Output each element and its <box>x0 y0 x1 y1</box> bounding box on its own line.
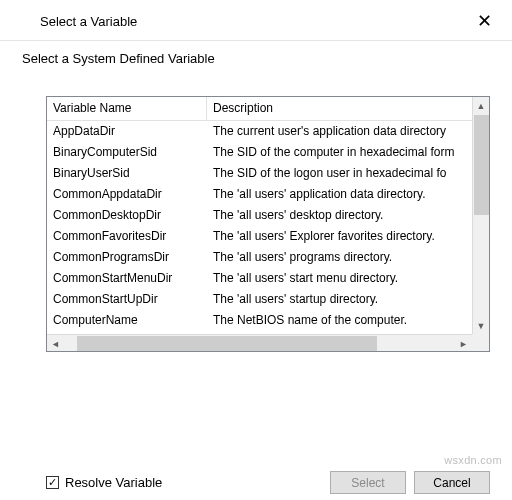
cell-variable-name: CommonFavoritesDir <box>47 226 207 247</box>
resolve-variable-checkbox[interactable]: ✓ Resolve Variable <box>46 475 162 490</box>
table-row[interactable]: CommonStartUpDir The 'all users' startup… <box>47 289 472 310</box>
scroll-corner <box>472 334 489 351</box>
table-row[interactable]: ComputerName The NetBIOS name of the com… <box>47 310 472 331</box>
cell-variable-description: The SID of the computer in hexadecimal f… <box>207 142 472 163</box>
column-header-description[interactable]: Description <box>207 97 472 120</box>
listview-header: Variable Name Description <box>47 97 472 121</box>
table-row[interactable]: CommonDesktopDir The 'all users' desktop… <box>47 205 472 226</box>
vertical-scrollbar[interactable]: ▲ ▼ <box>472 97 489 334</box>
scroll-up-arrow-icon[interactable]: ▲ <box>473 97 489 114</box>
cell-variable-description: The SID of the logon user in hexadecimal… <box>207 163 472 184</box>
dialog-subheading: Select a System Defined Variable <box>0 41 512 66</box>
table-row[interactable]: BinaryComputerSid The SID of the compute… <box>47 142 472 163</box>
cell-variable-description: The 'all users' start menu directory. <box>207 268 472 289</box>
checkmark-icon: ✓ <box>46 476 59 489</box>
watermark-text: wsxdn.com <box>444 454 502 466</box>
vertical-scroll-thumb[interactable] <box>474 115 489 215</box>
cell-variable-description: The current user's application data dire… <box>207 121 472 142</box>
cell-variable-name: CommonDesktopDir <box>47 205 207 226</box>
cell-variable-description: The 'all users' desktop directory. <box>207 205 472 226</box>
cell-variable-description: The 'all users' programs directory. <box>207 247 472 268</box>
dialog-titlebar: Select a Variable ✕ <box>0 0 512 38</box>
cell-variable-name: CommonAppdataDir <box>47 184 207 205</box>
cell-variable-description: The 'all users' application data directo… <box>207 184 472 205</box>
cell-variable-name: ComputerName <box>47 310 207 331</box>
button-label: Cancel <box>433 476 470 490</box>
cancel-button[interactable]: Cancel <box>414 471 490 494</box>
column-header-name[interactable]: Variable Name <box>47 97 207 120</box>
scroll-down-arrow-icon[interactable]: ▼ <box>473 317 489 334</box>
table-row[interactable]: BinaryUserSid The SID of the logon user … <box>47 163 472 184</box>
cell-variable-description: The NetBIOS name of the computer. <box>207 310 472 331</box>
table-row[interactable]: CommonStartMenuDir The 'all users' start… <box>47 268 472 289</box>
cell-variable-description: The 'all users' Explorer favorites direc… <box>207 226 472 247</box>
table-row[interactable]: CommonAppdataDir The 'all users' applica… <box>47 184 472 205</box>
dialog-title: Select a Variable <box>40 14 137 29</box>
table-row[interactable]: AppDataDir The current user's applicatio… <box>47 121 472 142</box>
variable-listview[interactable]: Variable Name Description AppDataDir The… <box>46 96 490 352</box>
table-row[interactable]: CommonFavoritesDir The 'all users' Explo… <box>47 226 472 247</box>
cell-variable-name: CommonProgramsDir <box>47 247 207 268</box>
button-label: Select <box>351 476 384 490</box>
checkbox-label: Resolve Variable <box>65 475 162 490</box>
scroll-left-arrow-icon[interactable]: ◄ <box>47 335 64 352</box>
scroll-right-arrow-icon[interactable]: ► <box>455 335 472 352</box>
cell-variable-name: BinaryComputerSid <box>47 142 207 163</box>
horizontal-scrollbar[interactable]: ◄ ► <box>47 334 472 351</box>
cell-variable-description: The 'all users' startup directory. <box>207 289 472 310</box>
cell-variable-name: BinaryUserSid <box>47 163 207 184</box>
horizontal-scroll-thumb[interactable] <box>77 336 377 351</box>
table-row[interactable]: CommonProgramsDir The 'all users' progra… <box>47 247 472 268</box>
cell-variable-name: CommonStartUpDir <box>47 289 207 310</box>
select-button: Select <box>330 471 406 494</box>
close-icon[interactable]: ✕ <box>469 8 500 34</box>
cell-variable-name: CommonStartMenuDir <box>47 268 207 289</box>
cell-variable-name: AppDataDir <box>47 121 207 142</box>
